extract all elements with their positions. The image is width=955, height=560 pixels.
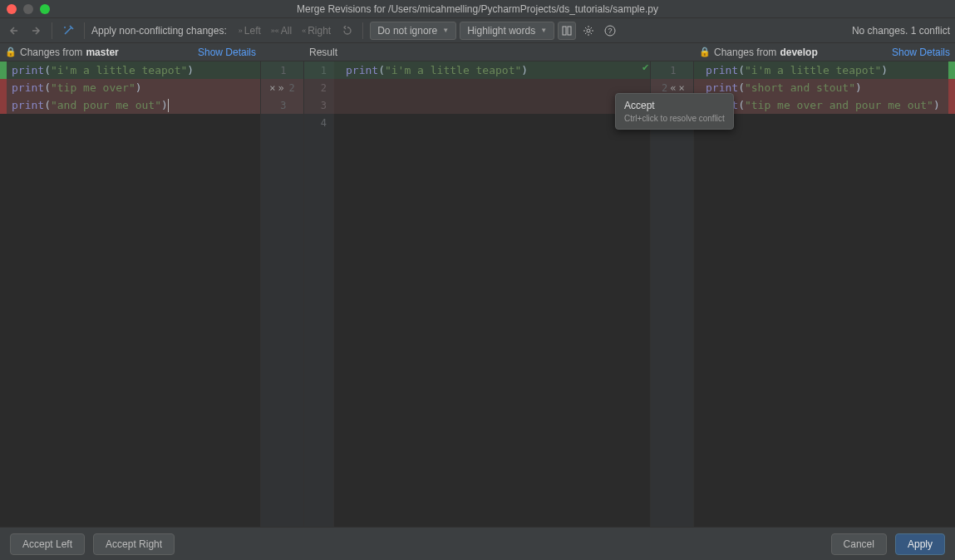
lock-icon: 🔒 [699, 47, 711, 57]
svg-text:?: ? [608, 27, 613, 35]
tooltip-subtitle: Ctrl+click to resolve conflict [624, 114, 725, 123]
apply-left-button[interactable]: »Left [235, 23, 264, 38]
tooltip-title: Accept [624, 100, 725, 111]
gutter-right: 12«× [651, 61, 694, 527]
code-line[interactable] [304, 114, 650, 131]
gutter-row: 1 [261, 61, 303, 79]
accept-change-icon[interactable]: » [278, 82, 284, 94]
line-number: 1 [278, 65, 287, 76]
accepted-check-icon: ✔ [642, 62, 649, 73]
line-number: 2 [659, 82, 667, 94]
highlight-dropdown[interactable]: Highlight words▼ [460, 22, 554, 40]
rollback-icon[interactable] [337, 22, 356, 40]
apply-label: Apply non-conflicting changes: [91, 25, 227, 37]
result-header: Result [304, 43, 651, 61]
line-number: 2 [287, 82, 295, 94]
accept-change-icon[interactable]: « [670, 82, 676, 94]
maximize-window-icon[interactable] [40, 4, 50, 14]
toggle-layout-icon[interactable] [558, 22, 576, 40]
right-pane[interactable]: print("i'm a little teapot")✔print("shor… [694, 61, 955, 527]
gutter-row: 1 [651, 61, 693, 79]
settings-icon[interactable] [579, 22, 598, 40]
left-pane[interactable]: print("i'm a little teapot")✔print("tip … [0, 61, 261, 527]
footer: Accept Left Accept Right Cancel Apply [0, 527, 955, 560]
apply-button[interactable]: Apply [895, 533, 945, 555]
left-header: 🔒 Changes from master Show Details [0, 43, 261, 61]
result-pane[interactable]: 1234 print("i'm a little teapot") ✔ [304, 61, 651, 527]
help-icon[interactable]: ? [601, 22, 619, 40]
cancel-button[interactable]: Cancel [831, 533, 887, 555]
code-line[interactable]: print("i'm a little teapot")✔ [694, 61, 955, 79]
svg-point-0 [64, 27, 66, 28]
prev-change-icon[interactable] [5, 22, 23, 40]
titlebar: Merge Revisions for /Users/micahmelling/… [0, 0, 955, 18]
reject-change-icon[interactable]: × [269, 82, 275, 94]
accept-right-button[interactable]: Accept Right [93, 533, 175, 555]
ignore-dropdown[interactable]: Do not ignore▼ [370, 22, 456, 40]
show-details-left[interactable]: Show Details [198, 47, 256, 58]
right-header: 🔒 Changes from develop Show Details [694, 43, 955, 61]
code-line[interactable]: print("i'm a little teapot")✔ [0, 61, 260, 79]
line-number: 3 [278, 100, 287, 111]
svg-point-3 [587, 29, 590, 32]
lock-icon: 🔒 [5, 47, 17, 57]
toolbar: Apply non-conflicting changes: »Left »«A… [0, 18, 955, 43]
apply-all-button[interactable]: »«All [268, 23, 295, 38]
accept-tooltip: Accept Ctrl+click to resolve conflict [615, 93, 734, 130]
magic-resolve-icon[interactable] [59, 22, 77, 40]
window-title: Merge Revisions for /Users/micahmelling/… [297, 3, 658, 15]
gutter-row: 3 [261, 96, 303, 114]
status-text: No changes. 1 conflict [852, 25, 950, 37]
next-change-icon[interactable] [27, 22, 45, 40]
svg-rect-1 [563, 27, 566, 35]
accepted-check-icon: ✔ [1, 62, 7, 73]
code-line[interactable] [304, 79, 650, 96]
pane-headers: 🔒 Changes from master Show Details Resul… [0, 43, 955, 61]
close-window-icon[interactable] [7, 4, 17, 14]
svg-rect-2 [568, 27, 571, 35]
apply-right-button[interactable]: «Right [298, 23, 334, 38]
editor-area: print("i'm a little teapot")✔print("tip … [0, 61, 955, 527]
minimize-window-icon[interactable] [23, 4, 33, 14]
accept-left-button[interactable]: Accept Left [10, 533, 85, 555]
code-line[interactable] [304, 96, 650, 114]
show-details-right[interactable]: Show Details [892, 47, 950, 58]
gutter-row: ×»2 [261, 79, 303, 96]
gutter-left: 1×»23 [261, 61, 304, 527]
line-number: 1 [668, 65, 677, 76]
code-line[interactable]: print("tip me over") [0, 79, 260, 96]
code-line[interactable]: print("and pour me out") [0, 96, 260, 114]
code-line[interactable]: print("i'm a little teapot") [304, 61, 650, 79]
reject-change-icon[interactable]: × [679, 82, 685, 94]
